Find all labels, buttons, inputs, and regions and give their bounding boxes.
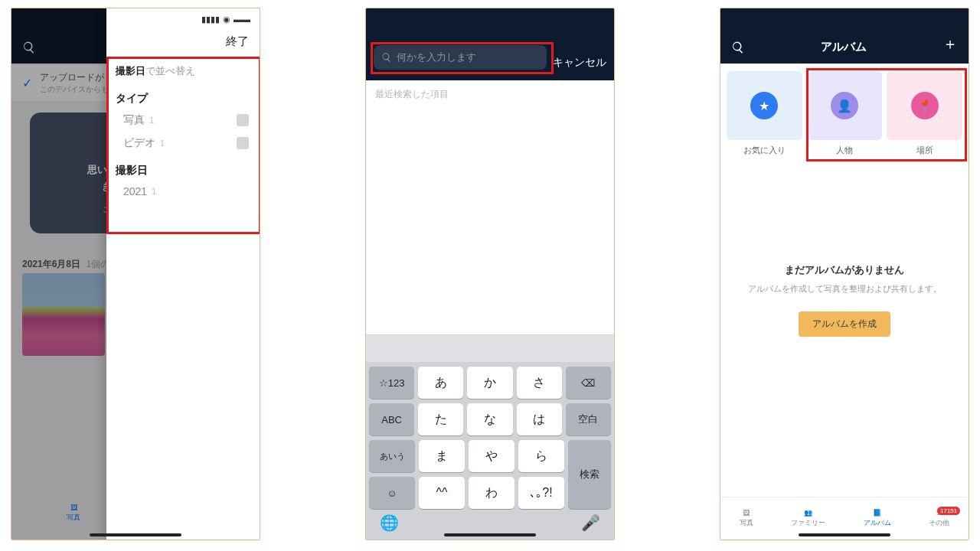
key-emoji[interactable]: ☺ xyxy=(369,477,415,509)
person-icon: 👤 xyxy=(831,92,858,119)
checkbox[interactable] xyxy=(237,114,249,126)
key-a[interactable]: あ xyxy=(418,367,463,399)
cancel-button[interactable]: キャンセル xyxy=(553,56,606,70)
globe-icon[interactable]: 🌐 xyxy=(380,514,399,532)
category-people[interactable]: 👤 人物 xyxy=(807,71,883,156)
key-sa[interactable]: さ xyxy=(517,367,562,399)
key-backspace[interactable]: ⌫ xyxy=(566,367,611,399)
album-icon: 📘 xyxy=(873,509,881,517)
search-icon[interactable] xyxy=(731,41,745,54)
key-123[interactable]: ☆123 xyxy=(369,367,414,399)
category-places[interactable]: 📍 場所 xyxy=(887,71,962,156)
section-type: タイプ xyxy=(106,83,260,109)
key-ta[interactable]: た xyxy=(418,403,463,435)
wifi-icon: ◉ xyxy=(223,15,230,24)
key-ha[interactable]: は xyxy=(517,403,562,435)
keyboard-suggestions[interactable] xyxy=(366,334,614,362)
filter-photo[interactable]: 写真1 xyxy=(106,109,260,132)
tab-photos[interactable]: 🖼写真 xyxy=(740,509,753,528)
section-date: 撮影日 xyxy=(106,155,260,181)
photo-icon: 🖼 xyxy=(743,509,750,517)
key-ya[interactable]: や xyxy=(469,440,514,472)
search-header: 何かを入力します キャンセル xyxy=(366,8,614,80)
checkbox[interactable] xyxy=(237,137,249,149)
key-ma[interactable]: ま xyxy=(419,440,465,472)
star-icon: ★ xyxy=(750,92,778,119)
screen-search: 何かを入力します キャンセル 最近検索した項目 ☆123 あ か さ ⌫ ABC… xyxy=(365,8,615,540)
filter-panel: ▮▮▮▮ ◉ ▬▬ 終了 撮影日で並べ替え タイプ 写真1 ビデオ1 撮影日 2… xyxy=(106,8,260,540)
home-indicator[interactable] xyxy=(444,533,536,536)
key-wa[interactable]: わ xyxy=(469,477,514,509)
home-indicator[interactable] xyxy=(799,533,890,536)
recent-searches-label: 最近検索した項目 xyxy=(366,80,614,109)
key-kana[interactable]: あいう xyxy=(369,440,415,472)
key-punct[interactable]: ､｡?! xyxy=(518,477,564,509)
tab-family[interactable]: 👥ファミリー xyxy=(791,509,825,528)
filter-year[interactable]: 20211 xyxy=(106,181,260,202)
search-body xyxy=(366,109,614,334)
battery-icon: ▬▬ xyxy=(234,15,250,24)
key-abc[interactable]: ABC xyxy=(369,403,414,435)
filter-video[interactable]: ビデオ1 xyxy=(106,132,260,155)
signal-icon: ▮▮▮▮ xyxy=(201,15,220,24)
tab-other[interactable]: ☰その他 17151 xyxy=(929,509,949,528)
search-placeholder: 何かを入力します xyxy=(397,51,476,64)
screen-album: アルバム ＋ ★ お気に入り 👤 人物 📍 場所 まだアルバムがありません アル… xyxy=(720,8,969,540)
key-dakuten[interactable]: ^^ xyxy=(419,477,465,509)
empty-state: まだアルバムがありません アルバムを作成して写真を整理および共有します。 アルバ… xyxy=(720,164,969,497)
key-ka[interactable]: か xyxy=(467,367,512,399)
key-ra[interactable]: ら xyxy=(518,440,564,472)
keyboard: ☆123 あ か さ ⌫ ABC た な は 空白 あいう xyxy=(366,362,614,540)
status-bar: ▮▮▮▮ ◉ ▬▬ xyxy=(106,8,260,30)
search-icon xyxy=(381,52,392,63)
empty-title: まだアルバムがありません xyxy=(785,263,904,277)
tab-album[interactable]: 📘アルバム xyxy=(864,509,891,528)
done-button[interactable]: 終了 xyxy=(106,30,260,57)
create-album-button[interactable]: アルバムを作成 xyxy=(799,311,890,337)
category-favorites[interactable]: ★ お気に入り xyxy=(727,71,802,156)
key-space[interactable]: 空白 xyxy=(566,403,611,435)
key-search[interactable]: 検索 xyxy=(568,440,611,509)
screen-filter-panel: ✓ アップロードが このデバイスからも 🗓 思い出をたどる きました この日をチ… xyxy=(11,8,260,540)
sort-row[interactable]: 撮影日で並べ替え xyxy=(106,60,260,83)
album-header: アルバム ＋ xyxy=(720,8,969,64)
empty-sub: アルバムを作成して写真を整理および共有します。 xyxy=(748,283,942,295)
mic-icon[interactable]: 🎤 xyxy=(581,514,600,532)
category-row: ★ お気に入り 👤 人物 📍 場所 xyxy=(720,64,969,164)
home-indicator[interactable] xyxy=(90,533,181,536)
pin-icon: 📍 xyxy=(911,92,939,119)
search-input[interactable]: 何かを入力します xyxy=(374,45,547,70)
badge-count: 17151 xyxy=(937,507,960,515)
family-icon: 👥 xyxy=(804,509,812,517)
key-na[interactable]: な xyxy=(467,403,512,435)
page-title: アルバム xyxy=(821,40,867,54)
add-icon[interactable]: ＋ xyxy=(942,34,958,54)
